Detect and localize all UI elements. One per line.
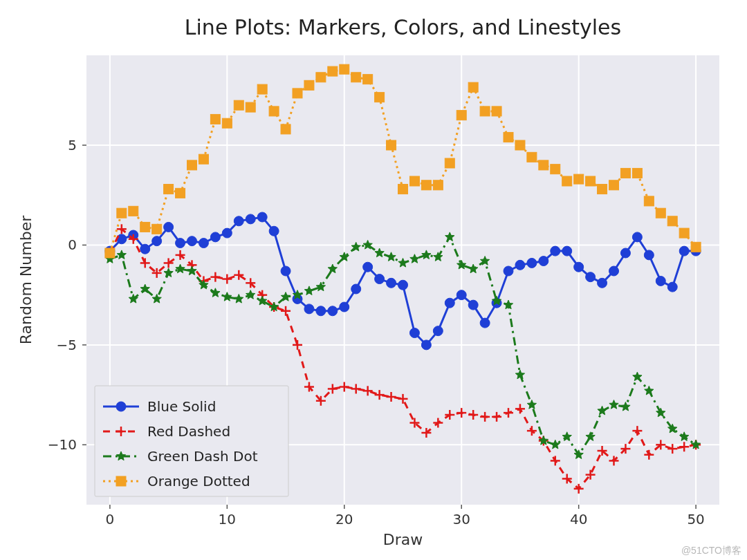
svg-point-49: [433, 326, 443, 336]
svg-point-47: [409, 328, 419, 338]
svg-point-39: [316, 306, 326, 316]
chart-container: 01020304050−10−505DrawRandom NumberLine …: [0, 0, 747, 560]
svg-rect-254: [445, 158, 454, 168]
svg-rect-258: [492, 106, 501, 116]
svg-point-65: [620, 248, 630, 258]
svg-point-40: [328, 306, 338, 316]
svg-rect-252: [421, 180, 431, 190]
svg-rect-229: [152, 224, 162, 234]
svg-rect-245: [340, 64, 349, 74]
svg-rect-234: [210, 114, 220, 124]
svg-point-41: [340, 302, 349, 312]
svg-rect-267: [598, 185, 607, 194]
svg-rect-231: [176, 188, 185, 198]
svg-rect-269: [620, 168, 630, 178]
svg-rect-261: [527, 152, 537, 162]
svg-point-63: [598, 278, 607, 288]
x-tick-label: 20: [335, 511, 353, 528]
svg-point-46: [398, 280, 408, 290]
svg-rect-274: [679, 228, 689, 238]
svg-point-58: [539, 256, 548, 266]
svg-rect-272: [656, 208, 665, 218]
x-tick-label: 30: [452, 511, 470, 528]
svg-point-24: [140, 244, 150, 254]
svg-point-32: [234, 216, 243, 226]
svg-rect-285: [116, 476, 126, 486]
svg-rect-275: [691, 242, 701, 252]
svg-point-60: [562, 246, 572, 256]
svg-rect-237: [246, 102, 255, 112]
x-tick-label: 0: [106, 511, 115, 528]
svg-point-59: [551, 246, 560, 256]
svg-point-50: [445, 298, 454, 308]
svg-point-38: [304, 304, 314, 314]
svg-point-66: [632, 232, 642, 242]
svg-point-34: [257, 212, 267, 222]
svg-rect-225: [105, 248, 115, 258]
svg-point-52: [468, 300, 478, 310]
svg-rect-249: [387, 140, 396, 150]
svg-point-53: [480, 318, 490, 328]
svg-rect-230: [164, 185, 174, 194]
svg-rect-239: [269, 106, 279, 116]
svg-rect-247: [363, 75, 373, 84]
svg-point-36: [281, 266, 290, 276]
svg-point-44: [375, 274, 385, 284]
svg-rect-233: [199, 154, 208, 164]
svg-rect-232: [187, 160, 197, 170]
svg-rect-262: [539, 160, 548, 170]
svg-rect-253: [433, 180, 443, 190]
svg-rect-259: [504, 132, 513, 142]
svg-point-35: [269, 226, 279, 236]
y-tick-label: −5: [57, 337, 77, 353]
x-tick-label: 10: [219, 511, 236, 528]
svg-rect-243: [316, 73, 326, 82]
svg-point-28: [187, 236, 197, 246]
svg-point-43: [363, 262, 373, 272]
svg-point-67: [644, 250, 654, 260]
svg-point-64: [609, 266, 619, 276]
svg-point-51: [456, 290, 466, 300]
svg-rect-271: [644, 196, 654, 206]
svg-point-27: [176, 239, 185, 248]
svg-rect-265: [574, 174, 584, 184]
svg-rect-228: [140, 222, 150, 232]
svg-rect-266: [586, 176, 596, 186]
svg-point-69: [667, 282, 677, 292]
svg-rect-238: [257, 84, 267, 94]
svg-rect-226: [117, 208, 127, 218]
svg-point-68: [656, 276, 665, 286]
y-tick-label: 0: [68, 236, 77, 253]
svg-rect-240: [281, 124, 290, 134]
line-chart: 01020304050−10−505DrawRandom NumberLine …: [0, 0, 747, 560]
svg-point-45: [387, 278, 396, 288]
svg-rect-263: [551, 165, 560, 174]
chart-title: Line Plots: Markers, Colors, and Linesty…: [185, 15, 621, 39]
svg-point-57: [527, 258, 537, 268]
x-axis-label: Draw: [383, 531, 423, 548]
y-axis-label: Random Number: [17, 215, 35, 344]
legend: Blue SolidRed DashedGreen Dash DotOrange…: [95, 386, 288, 496]
svg-rect-242: [304, 80, 314, 90]
svg-point-278: [116, 402, 126, 411]
svg-point-33: [246, 214, 255, 224]
svg-rect-270: [632, 168, 642, 178]
y-tick-label: −10: [48, 436, 77, 453]
svg-rect-244: [328, 66, 338, 76]
watermark-text: @51CTO博客: [681, 545, 741, 557]
svg-point-42: [351, 284, 361, 294]
svg-point-48: [421, 340, 431, 350]
svg-rect-235: [222, 118, 232, 128]
svg-rect-248: [375, 93, 385, 102]
svg-rect-236: [234, 100, 243, 110]
legend-item-label: Blue Solid: [147, 398, 216, 415]
svg-point-29: [199, 239, 208, 248]
y-tick-label: 5: [68, 137, 77, 153]
svg-rect-255: [456, 111, 466, 120]
svg-rect-260: [515, 140, 525, 150]
svg-rect-241: [293, 88, 302, 98]
x-tick-label: 50: [687, 511, 704, 528]
svg-point-62: [586, 272, 596, 282]
svg-rect-268: [609, 180, 619, 190]
svg-rect-250: [398, 185, 408, 194]
